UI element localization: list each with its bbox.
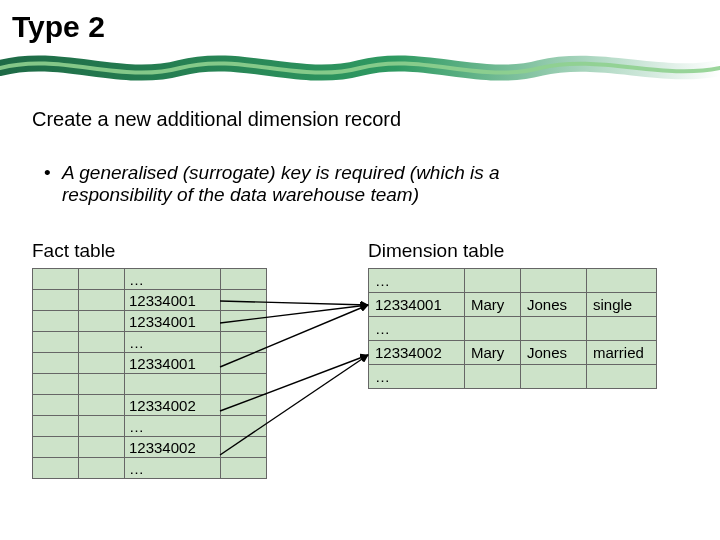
table-row: 12334001 [33,290,267,311]
table-row: … [33,416,267,437]
bullet-dot: • [44,162,62,184]
table-row [33,374,267,395]
decorative-wave [0,48,720,88]
table-row: 12334002MaryJonesmarried [369,341,657,365]
bullet-line2: responsibility of the data warehouse tea… [62,184,664,206]
table-row: … [33,269,267,290]
bullet-line1: A generalised (surrogate) key is require… [62,162,500,183]
slide-title: Type 2 [0,0,720,46]
table-row: … [369,269,657,293]
dimension-table: … 12334001MaryJonessingle … 12334002Mary… [368,268,657,389]
table-row: 12334001 [33,353,267,374]
table-row: 12334001MaryJonessingle [369,293,657,317]
table-row: … [33,458,267,479]
slide-subtitle: Create a new additional dimension record [32,108,401,131]
table-row: … [33,332,267,353]
table-row: 12334001 [33,311,267,332]
bullet-point: •A generalised (surrogate) key is requir… [44,162,664,206]
table-row: … [369,365,657,389]
fact-table: … 12334001 12334001 … 12334001 12334002 … [32,268,267,479]
table-row: 12334002 [33,437,267,458]
table-row: … [369,317,657,341]
fact-table-label: Fact table [32,240,115,262]
table-row: 12334002 [33,395,267,416]
dimension-table-label: Dimension table [368,240,504,262]
